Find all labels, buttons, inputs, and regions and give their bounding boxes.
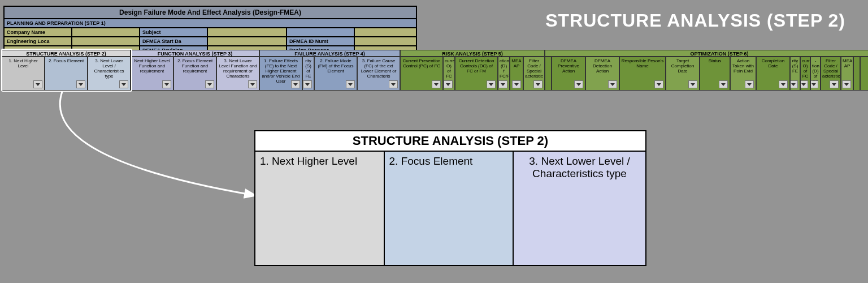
column-strip: STRUCTURE ANALYSIS (STEP 2)FUNCTION ANAL…	[2, 50, 866, 91]
meta-right-0	[287, 28, 354, 37]
filter-dropdown-19[interactable]	[654, 80, 663, 88]
section-header-s3: FUNCTION ANALYSIS (STEP 3)	[131, 50, 259, 57]
column-25: currence O) of FC	[800, 57, 810, 91]
filter-dropdown-27[interactable]	[830, 80, 839, 88]
filter-dropdown-13[interactable]	[498, 80, 507, 88]
column-12: Current Detection Controls (DC) of FC or…	[455, 57, 498, 91]
column-10: Current Prevention Control (PC) of FC	[400, 57, 443, 91]
column-24: rity (S) FE	[790, 57, 800, 91]
filter-dropdown-20[interactable]	[688, 80, 697, 88]
column-22: Action Taken with Poin Evid	[730, 57, 756, 91]
filter-dropdown-11[interactable]	[444, 80, 453, 88]
zoom-col-3: 3. Next Lower Level / Characteristics ty…	[514, 152, 645, 265]
column-0: 1. Next Higher Level	[2, 57, 45, 91]
column-27: Filter Code / Special acteristic	[821, 57, 841, 91]
filter-dropdown-7[interactable]	[303, 80, 312, 88]
step1-header: PLANNING AND PREPARATION (STEP 1)	[4, 19, 416, 28]
zoom-panel: STRUCTURE ANALYSIS (STEP 2) 1. Next High…	[254, 130, 646, 266]
column-30: Remarks	[860, 57, 868, 91]
meta-left-1: Engineering Loca	[4, 37, 72, 46]
filter-dropdown-14[interactable]	[512, 80, 521, 88]
column-5: 3. Next Lower Level Function and require…	[216, 57, 259, 91]
column-16	[545, 57, 552, 91]
fmea-title: Design Failure Mode And Effect Analysis …	[4, 6, 416, 19]
zoom-title: STRUCTURE ANALYSIS (STEP 2)	[255, 131, 645, 152]
filter-dropdown-2[interactable]	[119, 80, 128, 88]
filter-dropdown-8[interactable]	[346, 80, 355, 88]
column-6: 1. Failure Effects (FE) to the Next High…	[259, 57, 302, 91]
filter-dropdown-10[interactable]	[432, 80, 441, 88]
column-19: Responsible Peson's Name	[619, 57, 666, 91]
filter-dropdown-24[interactable]	[790, 80, 798, 88]
filter-dropdown-25[interactable]	[800, 80, 808, 88]
section-header-s5: RISK ANALYSIS (STEP 5)	[400, 50, 545, 57]
filter-dropdown-4[interactable]	[205, 80, 214, 88]
column-23: Completion Date	[756, 57, 790, 91]
filter-dropdown-28[interactable]	[842, 80, 851, 88]
column-17: DFMEA Preventive Action	[552, 57, 585, 91]
column-11: currence O) of FC	[443, 57, 455, 91]
column-2: 3. Next Lower Level / Characteristics ty…	[88, 57, 131, 91]
filter-dropdown-22[interactable]	[745, 80, 754, 88]
meta-right-1: DFMEA ID Numt	[287, 37, 354, 46]
column-8: 2. Failure Mode (FM) of the Focus Elemen…	[314, 57, 357, 91]
filter-dropdown-1[interactable]	[76, 80, 85, 88]
filter-dropdown-15[interactable]	[533, 80, 542, 88]
meta-mid-1: DFMEA Start Da	[140, 37, 207, 46]
column-18: DFMEA Detection Action	[585, 57, 619, 91]
meta-left-0: Company Name	[4, 28, 72, 37]
column-29	[853, 57, 860, 91]
column-1: 2. Focus Element	[45, 57, 88, 91]
filter-dropdown-26[interactable]	[810, 80, 818, 88]
filter-dropdown-18[interactable]	[608, 80, 617, 88]
column-4: 2. Focus Element Function and requiremen…	[173, 57, 216, 91]
column-13: ction (D) f FC/FM	[498, 57, 510, 91]
filter-dropdown-6[interactable]	[291, 80, 300, 88]
section-header-s6: OPTIMIZATION (STEP 6)	[545, 50, 868, 57]
filter-dropdown-21[interactable]	[719, 80, 728, 88]
filter-dropdown-5[interactable]	[248, 80, 257, 88]
filter-dropdown-9[interactable]	[389, 80, 398, 88]
page-title: STRUCTURE ANALYSIS (STEP 2)	[545, 10, 845, 31]
zoom-col-2: 2. Focus Element	[385, 152, 514, 265]
column-20: Target Completion Date	[666, 57, 700, 91]
filter-dropdown-12[interactable]	[487, 80, 496, 88]
section-header-s2: STRUCTURE ANALYSIS (STEP 2)	[2, 50, 131, 57]
column-9: 3. Failure Cause (FC) of the ext Lower E…	[357, 57, 400, 91]
column-14: MEA AP	[510, 57, 523, 91]
meta-mid-0: Subject	[140, 28, 207, 37]
filter-dropdown-23[interactable]	[779, 80, 788, 88]
filter-dropdown-17[interactable]	[574, 80, 583, 88]
callout-arrow	[6, 85, 277, 209]
column-21: Status	[700, 57, 730, 91]
section-header-s4: FAILURE ANALYSIS (STEP 4)	[259, 50, 400, 57]
filter-dropdown-0[interactable]	[33, 80, 42, 88]
zoom-col-1: 1. Next Higher Level	[255, 152, 385, 265]
column-26: -tion (D) of FC	[810, 57, 821, 91]
column-15: Filter Code / Special acteristic	[523, 57, 545, 91]
filter-dropdown-3[interactable]	[162, 80, 171, 88]
column-3: Next Higher Level Function and requireme…	[131, 57, 173, 91]
column-7: rity (S) of FE	[302, 57, 314, 91]
column-28: MEA AP	[841, 57, 853, 91]
